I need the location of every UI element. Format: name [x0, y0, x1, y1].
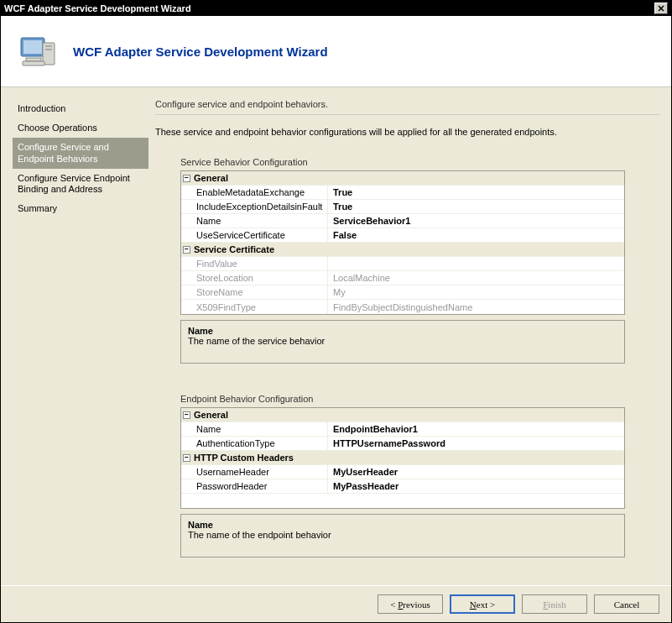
nav-configure-behaviors[interactable]: Configure Service and Endpoint Behaviors	[13, 138, 148, 168]
titlebar: WCF Adapter Service Development Wizard	[1, 1, 671, 16]
prop-label: IncludeExceptionDetailsinFault	[181, 200, 328, 213]
prop-label: StoreName	[181, 285, 328, 299]
close-button[interactable]	[654, 3, 668, 14]
prop-row[interactable]: IncludeExceptionDetailsinFault True	[181, 200, 624, 214]
prop-value[interactable]: HTTPUsernamePassword	[328, 437, 624, 450]
category-label: HTTP Custom Headers	[194, 453, 294, 463]
prop-label: UseServiceCertificate	[181, 228, 328, 242]
svg-rect-3	[45, 45, 52, 47]
category-general[interactable]: − General	[181, 408, 624, 422]
close-icon	[658, 5, 664, 12]
endpoint-behavior-label: Endpoint Behavior Configuration	[180, 394, 659, 404]
nav-introduction[interactable]: Introduction	[13, 99, 148, 118]
header-title: WCF Adapter Service Development Wizard	[73, 44, 328, 59]
prop-label: PasswordHeader	[181, 479, 328, 493]
category-general[interactable]: − General	[181, 171, 624, 186]
prop-row[interactable]: Name EndpointBehavior1	[181, 422, 624, 437]
service-behavior-grid: − General EnableMetadataExchange True In…	[180, 170, 625, 315]
prop-row: StoreName My	[181, 285, 624, 300]
collapse-icon[interactable]: −	[183, 246, 190, 254]
nav-summary[interactable]: Summary	[13, 199, 148, 218]
prop-row[interactable]: EnableMetadataExchange True	[181, 186, 624, 200]
blank-row	[181, 494, 624, 508]
service-desc-box: Name The name of the service behavior	[180, 320, 625, 364]
collapse-icon[interactable]: −	[183, 454, 190, 462]
previous-button[interactable]: < Previous	[378, 594, 443, 614]
prop-label: FindValue	[181, 257, 328, 270]
content-heading: Configure service and endpoint behaviors…	[155, 99, 659, 114]
desc-title: Name	[188, 520, 617, 530]
nav-choose-operations[interactable]: Choose Operations	[13, 118, 148, 138]
desc-text: The name of the service behavior	[188, 336, 617, 346]
next-button[interactable]: Next >	[450, 594, 515, 614]
prop-row: FindValue	[181, 257, 624, 271]
category-label: General	[194, 410, 228, 420]
category-service-certificate[interactable]: − Service Certificate	[181, 243, 624, 257]
prop-label: Name	[181, 422, 328, 436]
collapse-icon[interactable]: −	[183, 175, 190, 182]
category-label: Service Certificate	[194, 244, 274, 254]
nav-configure-binding[interactable]: Configure Service Endpoint Binding and A…	[13, 169, 148, 199]
prop-row: X509FindType FindBySubjectDistinguishedN…	[181, 300, 624, 314]
prop-value[interactable]: True	[328, 186, 624, 199]
prop-label: StoreLocation	[181, 271, 328, 285]
prop-value[interactable]: MyUserHeader	[328, 465, 624, 479]
prop-value[interactable]: MyPassHeader	[328, 479, 624, 493]
prop-row[interactable]: AuthenticationType HTTPUsernamePassword	[181, 437, 624, 451]
prop-value[interactable]: False	[328, 228, 624, 242]
desc-title: Name	[188, 326, 617, 336]
wizard-window: WCF Adapter Service Development Wizard W…	[0, 0, 672, 623]
collapse-icon[interactable]: −	[183, 411, 190, 419]
svg-rect-4	[45, 49, 52, 50]
desc-text: The name of the endpoint behavior	[188, 530, 617, 540]
divider	[155, 114, 659, 115]
svg-rect-5	[26, 58, 41, 61]
content-description: These service and endpoint behavior conf…	[155, 127, 659, 137]
prop-value: My	[328, 285, 624, 299]
endpoint-behavior-grid: − General Name EndpointBehavior1 Authent…	[180, 407, 625, 509]
prop-value[interactable]: ServiceBehavior1	[328, 214, 624, 228]
prop-value: LocalMachine	[328, 271, 624, 285]
prop-row: StoreLocation LocalMachine	[181, 271, 624, 285]
header: WCF Adapter Service Development Wizard	[1, 16, 671, 87]
endpoint-desc-box: Name The name of the endpoint behavior	[180, 514, 625, 558]
category-label: General	[194, 173, 228, 183]
category-http-headers[interactable]: − HTTP Custom Headers	[181, 451, 624, 465]
prop-value[interactable]: True	[328, 200, 624, 213]
prop-row[interactable]: UsernameHeader MyUserHeader	[181, 465, 624, 479]
svg-rect-6	[23, 61, 44, 65]
svg-rect-1	[23, 40, 42, 54]
footer: < Previous Next > Finish Cancel	[1, 585, 671, 622]
prop-row[interactable]: UseServiceCertificate False	[181, 228, 624, 243]
finish-button: Finish	[522, 594, 587, 614]
prop-row[interactable]: Name ServiceBehavior1	[181, 214, 624, 228]
prop-value	[328, 257, 624, 270]
prop-label: X509FindType	[181, 300, 328, 314]
wizard-body: Introduction Choose Operations Configure…	[1, 87, 671, 585]
prop-label: AuthenticationType	[181, 437, 328, 450]
window-title: WCF Adapter Service Development Wizard	[4, 3, 654, 13]
prop-label: Name	[181, 214, 328, 228]
computer-icon	[18, 31, 58, 71]
prop-label: UsernameHeader	[181, 465, 328, 479]
service-behavior-label: Service Behavior Configuration	[180, 157, 659, 167]
cancel-button[interactable]: Cancel	[594, 594, 659, 614]
prop-value: FindBySubjectDistinguishedName	[328, 300, 624, 314]
content-area: Configure service and endpoint behaviors…	[155, 99, 659, 573]
prop-label: EnableMetadataExchange	[181, 186, 328, 199]
prop-value[interactable]: EndpointBehavior1	[328, 422, 624, 436]
sidebar: Introduction Choose Operations Configure…	[13, 99, 148, 573]
prop-row[interactable]: PasswordHeader MyPassHeader	[181, 479, 624, 494]
